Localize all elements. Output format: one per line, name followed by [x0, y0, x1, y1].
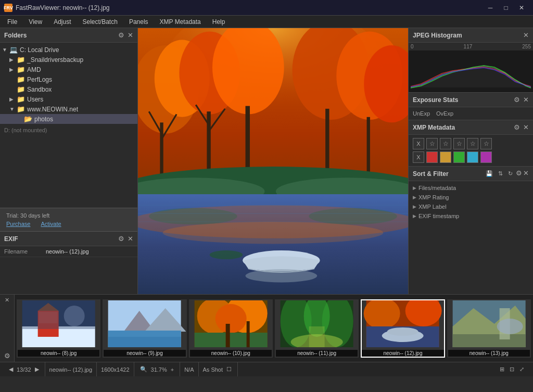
maximize-button[interactable]: □ — [499, 2, 513, 14]
filmstrip-thumb-9[interactable]: neowin-- (9).jpg — [103, 299, 186, 358]
xmp-star-4[interactable]: ☆ — [467, 138, 478, 149]
folders-header: Folders ⚙ ✕ — [0, 28, 137, 43]
filmstrip-thumb-10[interactable]: neowin-- (10).jpg — [189, 299, 273, 358]
xmp-close-icon[interactable]: ✕ — [523, 123, 529, 131]
xmp-settings-icon[interactable]: ⚙ — [514, 123, 520, 131]
svg-rect-66 — [452, 334, 525, 347]
sort-save-icon[interactable]: 💾 — [484, 169, 495, 178]
folder-item-perflogs[interactable]: 📁 PerfLogs — [0, 74, 137, 84]
filmstrip-thumb-11[interactable]: neowin-- (11).jpg — [275, 299, 359, 358]
xmp-star-3[interactable]: ☆ — [453, 138, 465, 149]
menu-item-xmp-metadata[interactable]: XMP Metadata — [155, 17, 206, 27]
xmp-panel: XMP Metadata ⚙ ✕ X ☆ ☆ ☆ ☆ ☆ X — [409, 120, 533, 167]
sort-swap-icon[interactable]: ⇅ — [496, 169, 505, 178]
histogram-header: JPEG Histogram ✕ — [409, 28, 533, 43]
folder-open-icon: 📂 — [24, 115, 32, 123]
chevron-down-icon: ▼ — [2, 47, 9, 53]
exposure-row: UnExp OvExp — [413, 110, 529, 117]
folders-settings-icon[interactable]: ⚙ — [118, 31, 124, 39]
sort-settings-icon[interactable]: ⚙ — [516, 169, 522, 178]
activate-link[interactable]: Activate — [41, 221, 61, 227]
menu-item-select-batch[interactable]: Select/Batch — [78, 17, 123, 27]
exposure-panel: Exposure Stats ⚙ ✕ UnExp OvExp — [409, 93, 533, 120]
xmp-color-red[interactable] — [426, 151, 438, 163]
xmp-star-2[interactable]: ☆ — [440, 138, 451, 149]
view-icon-2[interactable]: ⊡ — [508, 366, 516, 373]
folder-item-snail[interactable]: ▶ 📁 _Snaildriversbackup — [0, 55, 137, 65]
exif-settings-icon[interactable]: ⚙ — [118, 235, 124, 243]
folders-close-icon[interactable]: ✕ — [128, 31, 133, 39]
folder-item-photos[interactable]: 📂 photos — [0, 114, 137, 124]
view-icon-1[interactable]: ⊞ — [498, 366, 506, 373]
exposure-close-icon[interactable]: ✕ — [523, 96, 529, 104]
purchase-link[interactable]: Purchase — [6, 221, 30, 227]
menu-item-file[interactable]: File — [2, 17, 22, 27]
menu-item-adjust[interactable]: Adjust — [48, 17, 76, 27]
histogram-title: JPEG Histogram — [413, 32, 462, 39]
folder-item-neowin[interactable]: ▼ 📁 www.NEOWIN.net — [0, 104, 137, 114]
center-image-view[interactable] — [138, 28, 408, 294]
histogram-close-icon[interactable]: ✕ — [523, 31, 529, 39]
svg-point-63 — [387, 327, 418, 336]
exif-close-icon[interactable]: ✕ — [128, 235, 133, 243]
xmp-reject-color-button[interactable]: X — [413, 151, 424, 163]
svg-rect-50 — [225, 324, 230, 347]
menu-item-help[interactable]: Help — [207, 17, 231, 27]
xmp-header: XMP Metadata ⚙ ✕ — [409, 120, 533, 135]
sort-item-rating[interactable]: ▶ XMP Rating — [409, 193, 533, 202]
folder-neowin-label: www.NEOWIN.net — [27, 106, 78, 113]
prev-button[interactable]: ◀ — [7, 366, 15, 373]
next-button[interactable]: ▶ — [33, 366, 41, 373]
hist-mid: 117 — [464, 44, 473, 49]
xmp-color-green[interactable] — [453, 151, 465, 163]
folder-item-sandbox[interactable]: 📁 Sandbox — [0, 84, 137, 94]
sort-refresh-icon[interactable]: ↻ — [506, 169, 515, 178]
folders-panel: Folders ⚙ ✕ ▼ 💻 C: Local Drive ▶ 📁 _Sna — [0, 28, 137, 208]
sort-close-icon[interactable]: ✕ — [523, 169, 529, 178]
zoom-out-button[interactable]: 🔍 — [138, 366, 149, 373]
exposure-content: UnExp OvExp — [409, 107, 533, 120]
chevron-right-icon: ▶ — [9, 96, 17, 102]
thumb-label-8: neowin-- (8).jpg — [18, 350, 99, 357]
exposure-title: Exposure Stats — [413, 96, 458, 104]
minimize-button[interactable]: ─ — [483, 2, 498, 14]
folder-closed-icon: 📁 — [17, 66, 25, 73]
thumb-img-9 — [104, 300, 185, 350]
thumb-label-10: neowin-- (10).jpg — [190, 350, 272, 357]
xmp-reject-button[interactable]: X — [413, 138, 424, 149]
sort-item-files[interactable]: ▶ Files/metadata — [409, 183, 533, 193]
mode-checkbox[interactable]: ☐ — [225, 366, 233, 373]
status-dimensions: 1600x1422 — [97, 362, 134, 376]
sort-item-label: XMP Label — [418, 204, 447, 210]
window-controls: ─ □ ✕ — [483, 2, 529, 14]
menu-item-panels[interactable]: Panels — [124, 17, 154, 27]
status-na-text: N/A — [184, 366, 194, 373]
folder-item-users[interactable]: ▶ 📁 Users — [0, 94, 137, 104]
folder-item-drive[interactable]: ▼ 💻 C: Local Drive — [0, 45, 137, 55]
sort-item-exif[interactable]: ▶ EXIF timestamp — [409, 211, 533, 221]
xmp-star-5[interactable]: ☆ — [480, 138, 492, 149]
close-button[interactable]: ✕ — [514, 2, 529, 14]
xmp-color-purple[interactable] — [480, 151, 492, 163]
folder-item-amd[interactable]: ▶ 📁 AMD — [0, 65, 137, 74]
status-mode: As Shot ☐ — [199, 362, 238, 376]
xmp-color-cyan[interactable] — [467, 151, 478, 163]
unexposed-label: UnExp — [413, 110, 430, 117]
svg-point-31 — [246, 269, 318, 282]
filmstrip-thumb-8[interactable]: neowin-- (8).jpg — [17, 299, 100, 358]
exposure-settings-icon[interactable]: ⚙ — [514, 96, 520, 104]
filmstrip-items: neowin-- (8).jpg neowin-- (9).jpg — [15, 295, 533, 362]
menu-item-view[interactable]: View — [23, 17, 47, 27]
filmstrip-settings-icon[interactable]: ⚙ — [4, 352, 10, 360]
filmstrip-controls: ✕ ⚙ — [0, 295, 15, 362]
drive-label: C: Local Drive — [20, 46, 59, 54]
svg-point-48 — [215, 304, 246, 333]
zoom-in-button[interactable]: + — [169, 366, 175, 373]
filmstrip-thumb-13[interactable]: neowin-- (13).jpg — [447, 299, 531, 358]
sort-item-label[interactable]: ▶ XMP Label — [409, 202, 533, 211]
xmp-color-yellow[interactable] — [440, 151, 451, 163]
xmp-star-1[interactable]: ☆ — [426, 138, 438, 149]
filmstrip-close-icon[interactable]: ✕ — [5, 297, 9, 304]
filmstrip-thumb-12[interactable]: neowin-- (12).jpg — [361, 299, 445, 358]
view-icon-3[interactable]: ⤢ — [518, 366, 526, 373]
